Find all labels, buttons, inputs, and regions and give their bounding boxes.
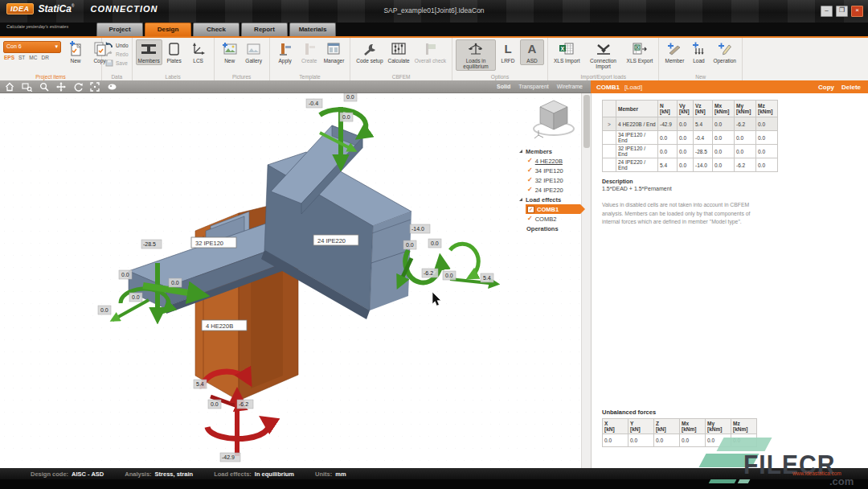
tree-member-he220b[interactable]: ✓ 4 HE220B — [519, 156, 583, 166]
tab-materials[interactable]: Materials — [289, 23, 336, 36]
apply-template-button[interactable]: Apply — [273, 39, 297, 65]
new-operation-button[interactable]: Operation — [710, 39, 739, 65]
info-note: Values in disabled cells are not taken i… — [602, 201, 767, 227]
svg-text:0.0: 0.0 — [406, 242, 414, 248]
xls-grid-export-icon: X — [632, 41, 648, 57]
undo-icon — [105, 42, 113, 49]
checkbox-icon[interactable]: ✓ — [527, 206, 534, 213]
lrfd-toggle[interactable]: L LRFD — [496, 39, 520, 65]
check-icon[interactable]: ✓ — [527, 158, 533, 164]
lcs-labels-button[interactable]: LCS — [186, 39, 211, 65]
table-row[interactable]: 24 IPE220 / End 5.4 0.0 -14.0 0.0 -6.2 0… — [603, 158, 778, 172]
3d-viewport[interactable]: 0.0 -0.4 0.0 -28.5 0.0 0.0 0.0 0.0 -14.0… — [0, 92, 581, 468]
member-label[interactable]: 4 HE220B — [202, 320, 247, 331]
load-value-label: 0.0 — [403, 240, 416, 249]
plates-labels-button[interactable]: Plates — [162, 39, 186, 65]
new-picture-button[interactable]: New — [218, 39, 242, 65]
row-marker: > — [603, 117, 616, 131]
ribbon-group-new: Member Load Operation New — [659, 38, 743, 80]
calculate-button[interactable]: Calculate — [386, 39, 412, 65]
overall-check-button[interactable]: Overall check — [412, 39, 448, 65]
viewport-toolbar: Solid Transparent Wireframe — [0, 80, 591, 93]
new-member-button[interactable]: Member — [662, 39, 686, 65]
gallery-button[interactable]: Gallery — [242, 39, 266, 65]
members-labels-button[interactable]: Members — [136, 39, 162, 65]
table-row[interactable]: > 4 HE220B / End -42.9 0.0 5.4 0.0 -6.2 … — [603, 117, 778, 131]
copy-load-effect-button[interactable]: Copy — [818, 84, 834, 91]
ribbon-group-import-export: X XLS Import Connection Import X XLS Exp… — [548, 38, 659, 80]
project-mode-row: EPS ST MC DR — [3, 55, 61, 60]
template-manager-button[interactable]: Manager — [321, 39, 347, 65]
tree-load-effect-comb1-selected[interactable]: ✓ COMB1 — [526, 204, 585, 214]
visual-style-icon[interactable] — [107, 82, 117, 92]
mode-eps[interactable]: EPS — [4, 55, 14, 60]
svg-text:-28.5: -28.5 — [143, 241, 156, 247]
load-value-label: 0.0 — [340, 113, 353, 121]
load-value-label: 0.0 — [428, 239, 441, 248]
tree-section-operations[interactable]: Operations — [519, 224, 583, 233]
check-icon[interactable]: ✓ — [527, 187, 533, 193]
member-forces-table[interactable]: Member N[kN] Vy[kN] Vz[kN] Mx[kNm] My[kN… — [602, 100, 778, 172]
xls-export-button[interactable]: X XLS Export — [624, 39, 656, 65]
mode-st[interactable]: ST — [18, 55, 25, 60]
table-row[interactable]: 32 IPE120 / End 0.0 0.0 -28.5 0.0 0.0 0.… — [603, 145, 778, 158]
member-label[interactable]: 24 IPE220 — [313, 235, 358, 245]
tree-member-24-ipe220[interactable]: ✓ 24 IPE220 — [519, 185, 583, 195]
rotate-view-icon[interactable] — [73, 82, 83, 92]
new-load-button[interactable]: Load — [686, 39, 710, 65]
loads-in-equilibrium-toggle[interactable]: Loads in equilibrium — [456, 39, 496, 71]
create-template-button[interactable]: Create — [297, 39, 321, 65]
axes-icon — [190, 41, 207, 57]
tab-report[interactable]: Report — [241, 23, 288, 36]
zoom-icon[interactable] — [39, 82, 49, 92]
redo-icon — [105, 51, 113, 58]
tree-load-effect-comb2[interactable]: ✓ COMB2 — [519, 214, 583, 224]
project-item-selector[interactable]: Con 6 ▾ — [3, 41, 61, 53]
load-value-label: -14.0 — [410, 224, 430, 233]
tree-member-34-ipe120[interactable]: ✓ 34 IPE120 — [519, 166, 583, 175]
table-row[interactable]: 34 IPE120 / End 0.0 0.0 -0.4 0.0 0.0 0.0 — [603, 131, 778, 145]
navigation-cube[interactable] — [532, 95, 583, 142]
ribbon-group-template: Apply Create Manager Template — [270, 38, 351, 80]
member-label[interactable]: 32 IPE120 — [191, 237, 236, 248]
home-view-icon[interactable] — [5, 82, 14, 92]
mode-mc[interactable]: MC — [29, 55, 37, 60]
view-mode-wireframe[interactable]: Wireframe — [557, 84, 583, 89]
connection-import-button[interactable]: Connection Import — [583, 39, 624, 71]
collapse-icon[interactable] — [519, 198, 522, 201]
view-mode-solid[interactable]: Solid — [497, 84, 510, 89]
pan-icon[interactable] — [56, 82, 66, 92]
tab-project[interactable]: Project — [96, 23, 143, 36]
load-arrows-icon — [691, 41, 706, 57]
undo-button[interactable]: Undo — [105, 41, 129, 49]
load-value-label: 0.0 — [169, 278, 182, 287]
mode-dr[interactable]: DR — [41, 55, 48, 60]
zoom-window-icon[interactable] — [22, 82, 32, 92]
tree-section-load-effects[interactable]: Load effects — [519, 195, 583, 204]
3d-scene[interactable]: 0.0 -0.4 0.0 -28.5 0.0 0.0 0.0 0.0 -14.0… — [0, 92, 581, 468]
check-icon[interactable]: ✓ — [527, 167, 533, 174]
model-tree: Members ✓ 4 HE220B ✓ 34 IPE120 ✓ 32 IPE1… — [519, 95, 583, 233]
close-button[interactable]: × — [851, 6, 863, 17]
template-apply-icon — [278, 41, 293, 57]
tab-check[interactable]: Check — [193, 23, 240, 36]
check-icon[interactable]: ✓ — [527, 177, 533, 183]
tree-section-members[interactable]: Members — [519, 146, 583, 156]
code-setup-button[interactable]: Code setup — [354, 39, 385, 65]
check-icon[interactable]: ✓ — [527, 216, 533, 222]
view-mode-transparent[interactable]: Transparent — [518, 84, 548, 89]
tab-design[interactable]: Design — [145, 23, 191, 36]
tree-member-32-ipe120[interactable]: ✓ 32 IPE120 — [519, 175, 583, 185]
minimize-button[interactable]: – — [821, 6, 833, 17]
asd-toggle[interactable]: A ASD — [520, 39, 544, 65]
new-project-item-button[interactable]: New — [63, 39, 88, 65]
redo-button[interactable]: Redo — [105, 50, 129, 58]
delete-load-effect-button[interactable]: Delete — [841, 84, 861, 91]
save-button[interactable]: Save — [105, 59, 129, 67]
zoom-fit-icon[interactable] — [90, 82, 100, 92]
svg-text:5.4: 5.4 — [196, 381, 204, 387]
scrollbar-thumb[interactable] — [583, 95, 590, 148]
collapse-icon[interactable] — [519, 150, 522, 153]
maximize-button[interactable]: ❐ — [836, 6, 848, 17]
xls-import-button[interactable]: X XLS Import — [551, 39, 583, 65]
